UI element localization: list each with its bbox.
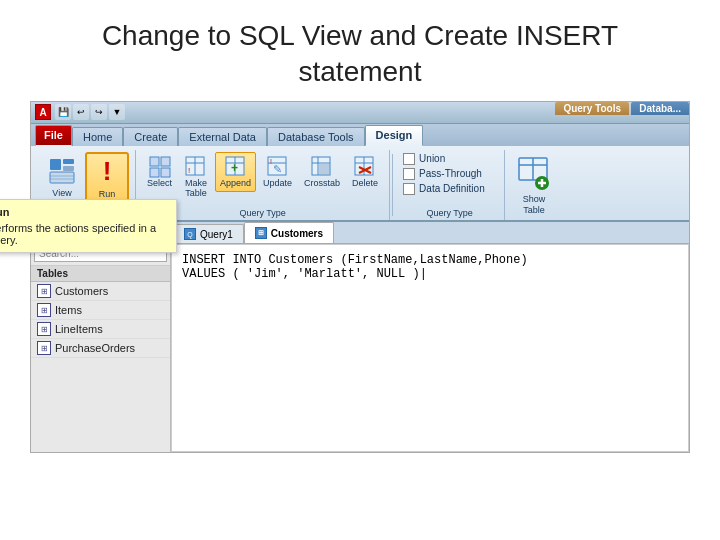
crosstab-icon	[310, 155, 334, 179]
nav-item-items[interactable]: ⊞ Items	[31, 301, 170, 320]
tab-external-data[interactable]: External Data	[178, 127, 267, 146]
update-button[interactable]: ✎ ! Update	[258, 152, 297, 192]
svg-rect-3	[50, 172, 74, 183]
data-definition-checkbox[interactable]	[403, 183, 415, 195]
view-button[interactable]: View	[41, 152, 83, 202]
svg-rect-6	[150, 157, 159, 166]
svg-text:+: +	[231, 161, 238, 175]
crosstab-button[interactable]: Crosstab	[299, 152, 345, 192]
tab-customers[interactable]: ⊞ Customers	[244, 222, 334, 243]
select-button[interactable]: Select	[142, 152, 177, 192]
tab-home[interactable]: Home	[72, 127, 123, 146]
view-icon	[46, 155, 78, 187]
table-icon-lineitems: ⊞	[37, 322, 51, 336]
qat-dropdown-btn[interactable]: ▼	[109, 104, 125, 120]
make-table-button[interactable]: ! MakeTable	[179, 152, 213, 202]
update-label: Update	[263, 179, 292, 189]
nav-item-customers[interactable]: ⊞ Customers	[31, 282, 170, 301]
results-group: View ! Run Run Performs the actions spec…	[35, 150, 136, 221]
page-title: Change to SQL View and Create INSERT sta…	[40, 18, 680, 91]
nav-section-tables: Tables	[31, 266, 170, 282]
data-definition-label: Data Definition	[419, 183, 485, 194]
svg-rect-7	[161, 157, 170, 166]
select-label: Select	[147, 179, 172, 189]
svg-rect-9	[161, 168, 170, 177]
redo-qat-btn[interactable]: ↪	[91, 104, 107, 120]
union-label: Union	[419, 153, 445, 164]
run-button[interactable]: ! Run Run Performs the actions specified…	[85, 152, 129, 204]
tab-file[interactable]: File	[35, 125, 72, 146]
tooltip-title: Run	[0, 206, 166, 218]
sql-editor[interactable]: INSERT INTO Customers (FirstName,LastNam…	[171, 244, 689, 452]
tab-query1-label: Query1	[200, 229, 233, 240]
nav-label-customers: Customers	[55, 285, 108, 297]
query-type-buttons: Select ! MakeTable	[142, 152, 383, 207]
customers-tab-icon: ⊞	[255, 227, 267, 239]
results-buttons: View ! Run Run Performs the actions spec…	[41, 152, 129, 207]
undo-qat-btn[interactable]: ↩	[73, 104, 89, 120]
save-qat-btn[interactable]: 💾	[55, 104, 71, 120]
tab-create[interactable]: Create	[123, 127, 178, 146]
svg-text:!: !	[188, 166, 190, 175]
title-bar-wrapper: A 💾 ↩ ↪ ▼ Query Tools Databa...	[31, 102, 689, 124]
table-icon-purchaseorders: ⊞	[37, 341, 51, 355]
content-area: Q Query1 ⊞ Customers INSERT INTO Custome…	[171, 222, 689, 452]
delete-icon	[353, 155, 377, 179]
query-tools-label: Query Tools	[555, 102, 629, 115]
nav-label-items: Items	[55, 304, 82, 316]
view-label: View	[52, 188, 71, 199]
pass-through-item[interactable]: Pass-Through	[401, 167, 498, 181]
nav-label-purchaseorders: PurchaseOrders	[55, 342, 135, 354]
tab-design[interactable]: Design	[365, 125, 424, 146]
append-icon: +	[224, 155, 248, 179]
query-tabs: Q Query1 ⊞ Customers	[171, 222, 689, 244]
union-checkbox[interactable]	[403, 153, 415, 165]
title-line1: Change to SQL View and Create INSERT	[102, 20, 618, 51]
database-label: Databa...	[631, 102, 689, 115]
pass-through-checkbox[interactable]	[403, 168, 415, 180]
show-table-group: ShowTable	[505, 150, 563, 221]
svg-rect-0	[50, 159, 61, 170]
crosstab-label: Crosstab	[304, 179, 340, 189]
update-icon: ✎ !	[266, 155, 290, 179]
svg-rect-1	[63, 159, 74, 164]
delete-button[interactable]: Delete	[347, 152, 383, 192]
nav-item-purchaseorders[interactable]: ⊞ PurchaseOrders	[31, 339, 170, 358]
show-table-button[interactable]: ShowTable	[511, 152, 557, 219]
pass-through-label: Pass-Through	[419, 168, 482, 179]
page-title-area: Change to SQL View and Create INSERT sta…	[0, 0, 720, 101]
union-item[interactable]: Union	[401, 152, 498, 166]
tab-database-tools[interactable]: Database Tools	[267, 127, 365, 146]
run-icon: !	[91, 156, 123, 188]
run-tooltip: Run Performs the actions specified in a …	[0, 199, 177, 253]
append-button[interactable]: + Append	[215, 152, 256, 192]
select-icon	[148, 155, 172, 179]
tooltip-description: Performs the actions specified in a quer…	[0, 222, 166, 246]
table-icon-items: ⊞	[37, 303, 51, 317]
query1-tab-icon: Q	[184, 228, 196, 240]
make-table-label: MakeTable	[185, 179, 207, 199]
tab-customers-label: Customers	[271, 228, 323, 239]
svg-text:!: !	[270, 158, 272, 165]
nav-item-lineitems[interactable]: ⊞ LineItems	[31, 320, 170, 339]
quick-access-toolbar: 💾 ↩ ↪ ▼	[55, 104, 125, 120]
svg-rect-25	[319, 164, 330, 175]
sql-line1: INSERT INTO Customers (FirstName,LastNam…	[182, 253, 678, 267]
delete-label: Delete	[352, 179, 378, 189]
access-window: A 💾 ↩ ↪ ▼ Query Tools Databa... File Hom…	[30, 101, 690, 454]
data-definition-item[interactable]: Data Definition	[401, 182, 498, 196]
show-table-label: ShowTable	[523, 194, 546, 216]
title-line2: statement	[299, 56, 422, 87]
table-icon-customers: ⊞	[37, 284, 51, 298]
tab-query1[interactable]: Q Query1	[173, 224, 244, 243]
show-table-icon	[516, 155, 552, 191]
ribbon-content: View ! Run Run Performs the actions spec…	[31, 146, 689, 221]
svg-rect-8	[150, 168, 159, 177]
access-icon: A	[35, 104, 51, 120]
ribbon-divider	[392, 154, 393, 217]
svg-rect-2	[63, 166, 74, 171]
query-type-radio-label: Query Type	[401, 206, 498, 218]
main-area: All Acc... Search... Tables ⊞ Customers …	[31, 222, 689, 452]
query-type-label: Query Type	[239, 206, 285, 218]
append-label: Append	[220, 179, 251, 189]
